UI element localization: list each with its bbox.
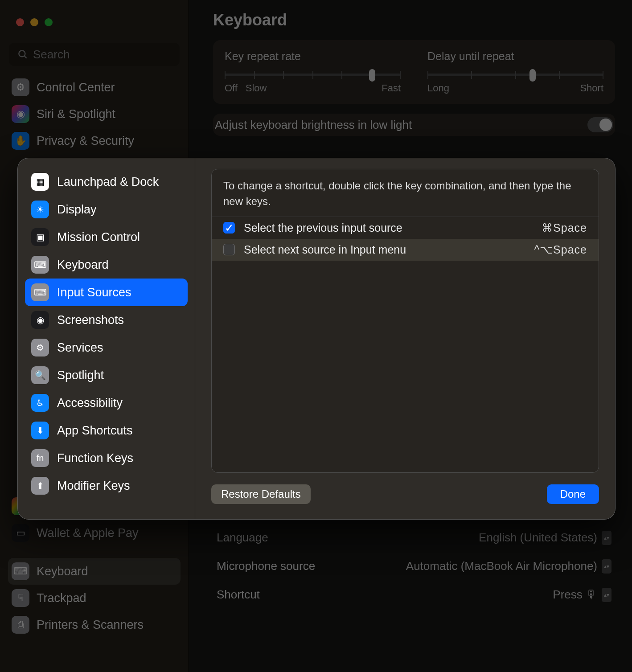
mission-control-icon: ▣ bbox=[31, 228, 49, 246]
category-label: Launchpad & Dock bbox=[57, 175, 159, 189]
keyboard-shortcuts-sheet: ▦Launchpad & Dock☀Display▣Mission Contro… bbox=[18, 158, 615, 519]
category-mission-control[interactable]: ▣Mission Control bbox=[25, 223, 188, 251]
spotlight-icon: 🔍 bbox=[31, 366, 49, 384]
category-label: Screenshots bbox=[57, 313, 124, 327]
category-modifier-keys[interactable]: ⬆Modifier Keys bbox=[25, 472, 188, 500]
accessibility-icon: ♿︎ bbox=[31, 394, 49, 412]
shortcut-checkbox[interactable]: ✓ bbox=[223, 222, 235, 234]
category-label: Mission Control bbox=[57, 230, 140, 244]
category-accessibility[interactable]: ♿︎Accessibility bbox=[25, 389, 188, 417]
app-shortcuts-icon: ⬇ bbox=[31, 422, 49, 439]
keyboard-icon: ⌨︎ bbox=[31, 256, 49, 274]
category-launchpad-dock[interactable]: ▦Launchpad & Dock bbox=[25, 168, 188, 196]
category-input-sources[interactable]: ⌨︎Input Sources bbox=[25, 279, 188, 306]
category-label: Spotlight bbox=[57, 369, 104, 382]
category-keyboard[interactable]: ⌨︎Keyboard bbox=[25, 251, 188, 279]
category-label: App Shortcuts bbox=[57, 424, 133, 438]
category-label: Accessibility bbox=[57, 396, 123, 410]
shortcut-panel: To change a shortcut, double click the k… bbox=[211, 169, 599, 473]
category-label: Input Sources bbox=[57, 286, 131, 299]
function-keys-icon: fn bbox=[31, 449, 49, 467]
launchpad-dock-icon: ▦ bbox=[31, 173, 49, 191]
shortcut-row[interactable]: ✓Select the previous input source⌘Space bbox=[212, 217, 599, 239]
shortcut-name: Select next source in Input menu bbox=[244, 243, 525, 256]
input-sources-icon: ⌨︎ bbox=[31, 283, 49, 301]
shortcut-checkbox[interactable] bbox=[223, 244, 235, 255]
category-spotlight[interactable]: 🔍Spotlight bbox=[25, 361, 188, 389]
category-screenshots[interactable]: ◉Screenshots bbox=[25, 306, 188, 334]
category-display[interactable]: ☀Display bbox=[25, 196, 188, 223]
done-button[interactable]: Done bbox=[547, 484, 599, 504]
restore-defaults-button[interactable]: Restore Defaults bbox=[211, 484, 311, 504]
category-function-keys[interactable]: fnFunction Keys bbox=[25, 444, 188, 472]
services-icon: ⚙ bbox=[31, 339, 49, 356]
category-label: Display bbox=[57, 203, 97, 217]
shortcut-help-text: To change a shortcut, double click the k… bbox=[212, 169, 599, 217]
category-label: Services bbox=[57, 341, 103, 355]
screenshots-icon: ◉ bbox=[31, 311, 49, 329]
shortcut-name: Select the previous input source bbox=[244, 221, 533, 234]
display-icon: ☀ bbox=[31, 201, 49, 218]
category-label: Keyboard bbox=[57, 258, 109, 272]
category-label: Function Keys bbox=[57, 451, 133, 465]
shortcut-key: ^⌥Space bbox=[534, 243, 587, 256]
modifier-keys-icon: ⬆ bbox=[31, 477, 49, 495]
category-services[interactable]: ⚙Services bbox=[25, 334, 188, 361]
shortcut-category-list: ▦Launchpad & Dock☀Display▣Mission Contro… bbox=[18, 158, 195, 519]
shortcut-key: ⌘Space bbox=[542, 221, 587, 234]
category-app-shortcuts[interactable]: ⬇App Shortcuts bbox=[25, 417, 188, 444]
category-label: Modifier Keys bbox=[57, 479, 130, 493]
shortcut-row[interactable]: Select next source in Input menu^⌥Space bbox=[212, 239, 599, 261]
